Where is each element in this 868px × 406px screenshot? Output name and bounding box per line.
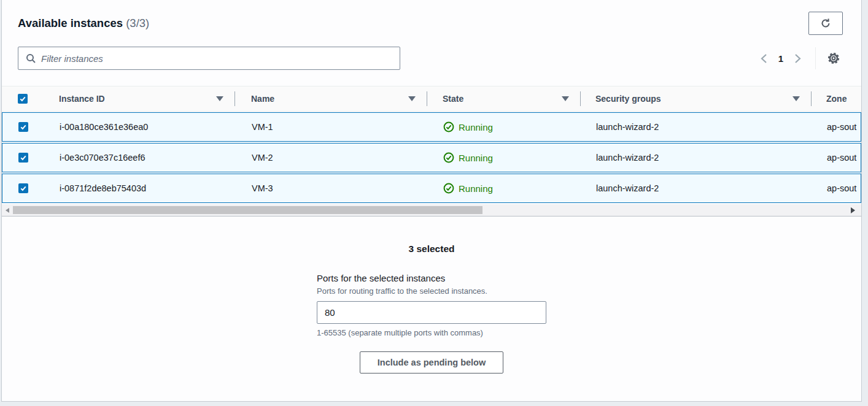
available-instances-panel: Available instances (3/3)	[1, 0, 862, 402]
instance-state-cell: Running	[427, 152, 581, 163]
chevron-left-icon	[761, 53, 767, 64]
selection-footer: 3 selected Ports for the selected instan…	[2, 216, 861, 373]
include-button-row: Include as pending below	[2, 351, 861, 373]
instance-id-cell: i-0871f2de8eb75403d	[50, 183, 235, 193]
select-all-checkbox[interactable]	[18, 94, 28, 104]
ports-description: Ports for routing traffic to the selecte…	[317, 286, 546, 296]
zone-cell: ap-sout	[812, 122, 861, 132]
chevron-right-icon	[794, 53, 801, 64]
row-checkbox-cell	[2, 122, 50, 132]
row-checkbox[interactable]	[18, 153, 28, 163]
instance-state-cell: Running	[427, 183, 581, 194]
title-text: Available instances	[18, 17, 123, 29]
scroll-right-arrow-icon[interactable]	[851, 207, 855, 213]
refresh-button[interactable]	[808, 12, 843, 35]
table-row[interactable]: i-0e3c070e37c16eef6 VM-2 Running launch-…	[2, 143, 861, 172]
column-header-label: State	[443, 94, 463, 104]
filter-instances-input[interactable]	[41, 47, 400, 69]
sort-caret-icon[interactable]	[792, 96, 800, 101]
state-label: Running	[459, 122, 493, 132]
page-title: Available instances (3/3)	[18, 17, 149, 30]
security-groups-cell: launch-wizard-2	[581, 153, 812, 163]
previous-page-button[interactable]	[756, 50, 772, 66]
ports-constraint-text: 1-65535 (separate multiple ports with co…	[317, 328, 546, 337]
state-label: Running	[459, 183, 493, 194]
row-checkbox[interactable]	[18, 183, 28, 193]
running-status-icon	[443, 121, 454, 132]
zone-cell: ap-sout	[812, 153, 861, 163]
ports-form: Ports for the selected instances Ports f…	[317, 273, 546, 337]
include-as-pending-button[interactable]: Include as pending below	[360, 351, 503, 373]
horizontal-scrollbar[interactable]	[2, 204, 861, 216]
refresh-icon	[820, 17, 832, 29]
column-header[interactable]: Zone	[811, 86, 861, 112]
security-groups-cell: launch-wizard-2	[581, 122, 812, 132]
instance-id-cell: i-00a180ce361e36ea0	[50, 122, 235, 132]
instance-count: (3/3)	[126, 17, 149, 29]
running-status-icon	[443, 152, 454, 163]
table-toolbar: 1	[2, 47, 861, 70]
column-header[interactable]: Name	[234, 86, 427, 112]
row-checkbox[interactable]	[18, 122, 28, 132]
instance-state-cell: Running	[427, 121, 581, 132]
toolbar-divider	[815, 47, 816, 69]
column-header-label: Zone	[826, 94, 847, 104]
gear-icon	[827, 52, 840, 65]
state-label: Running	[459, 153, 493, 163]
search-icon	[26, 53, 36, 64]
column-header-label: Name	[251, 94, 274, 104]
next-page-button[interactable]	[789, 50, 805, 66]
row-checkbox-cell	[2, 183, 50, 193]
row-checkbox-cell	[2, 153, 50, 163]
column-header-label: Security groups	[595, 94, 661, 104]
running-status-icon	[443, 183, 454, 194]
ports-label: Ports for the selected instances	[317, 273, 546, 283]
selected-count-summary: 3 selected	[2, 243, 861, 255]
column-header[interactable]: Security groups	[580, 86, 811, 112]
table-header-row: Instance ID Name State Security groups Z…	[2, 86, 861, 112]
column-header[interactable]: Instance ID	[50, 86, 234, 112]
scrollbar-thumb[interactable]	[13, 206, 482, 214]
header-checkbox-cell	[2, 94, 50, 104]
table-row[interactable]: i-00a180ce361e36ea0 VM-1 Running launch-…	[2, 112, 861, 142]
sort-caret-icon[interactable]	[562, 96, 569, 101]
sort-caret-icon[interactable]	[408, 96, 416, 101]
column-header-label: Instance ID	[59, 94, 105, 104]
instance-name-cell: VM-1	[235, 122, 427, 132]
table-row[interactable]: i-0871f2de8eb75403d VM-3 Running launch-…	[2, 174, 861, 203]
security-groups-cell: launch-wizard-2	[581, 183, 812, 193]
instance-name-cell: VM-2	[235, 153, 427, 163]
panel-header: Available instances (3/3)	[2, 11, 861, 36]
pagination: 1	[756, 47, 843, 69]
sort-caret-icon[interactable]	[216, 96, 223, 101]
ports-input[interactable]	[317, 301, 546, 324]
filter-field	[18, 47, 400, 70]
zone-cell: ap-sout	[812, 183, 861, 193]
current-page-number[interactable]: 1	[778, 53, 783, 64]
instance-name-cell: VM-3	[235, 183, 427, 193]
scroll-left-arrow-icon[interactable]	[6, 208, 9, 213]
table-body: i-00a180ce361e36ea0 VM-1 Running launch-…	[2, 112, 861, 203]
instance-id-cell: i-0e3c070e37c16eef6	[50, 153, 235, 163]
column-header[interactable]: State	[427, 86, 580, 112]
table-settings-button[interactable]	[824, 49, 843, 67]
